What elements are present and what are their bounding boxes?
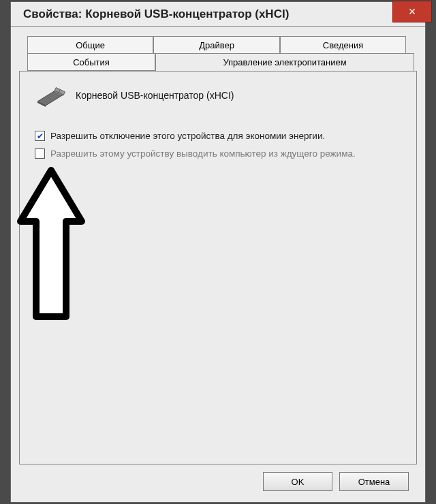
cancel-button[interactable]: Отмена [339,472,409,491]
allow-wake-checkbox[interactable] [35,148,45,159]
allow-wake-label: Разрешить этому устройству выводить комп… [50,148,356,160]
tab-events[interactable]: События [27,53,155,71]
titlebar[interactable]: Свойства: Корневой USB-концентратор (xHC… [11,2,425,27]
window-title: Свойства: Корневой USB-концентратор (xHC… [23,7,289,21]
close-button[interactable]: × [392,1,432,22]
device-name: Корневой USB-концентратор (xHCI) [76,90,234,101]
tab-general[interactable]: Общие [27,36,153,54]
tab-driver[interactable]: Драйвер [153,36,280,54]
tab-power-management[interactable]: Управление электропитанием [155,53,414,71]
allow-power-off-checkbox[interactable] [35,131,45,141]
dialog-content: Общие Драйвер Сведения События Управлени… [19,36,417,464]
tabstrip: Общие Драйвер Сведения События Управлени… [19,36,417,72]
ok-button[interactable]: OK [263,472,332,491]
power-management-panel: Корневой USB-концентратор (xHCI) Разреши… [19,71,417,464]
tab-details[interactable]: Сведения [280,36,406,54]
allow-wake-row: Разрешить этому устройству выводить комп… [35,148,405,160]
allow-power-off-row: Разрешить отключение этого устройства дл… [35,130,405,142]
usb-hub-icon [35,84,66,107]
device-header: Корневой USB-концентратор (xHCI) [35,84,405,107]
allow-power-off-label: Разрешить отключение этого устройства дл… [50,130,325,142]
dialog-footer: OK Отмена [263,472,409,491]
window-chrome: Свойства: Корневой USB-концентратор (xHC… [10,1,426,503]
properties-window: Свойства: Корневой USB-концентратор (xHC… [2,0,434,504]
close-icon: × [409,5,416,19]
